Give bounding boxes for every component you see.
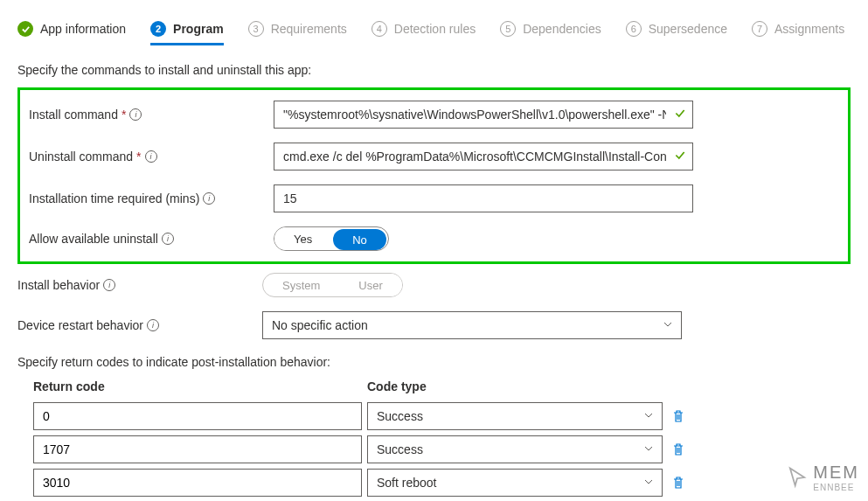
watermark: MEM ENNBEE <box>785 463 859 492</box>
watermark-line2: ENNBEE <box>813 483 859 492</box>
trash-icon <box>671 409 685 423</box>
tab-supersedence[interactable]: 6 Supersedence <box>626 17 727 45</box>
allow-uninstall-toggle[interactable]: Yes No <box>274 226 389 251</box>
tab-label: Requirements <box>271 22 347 36</box>
tab-label: App information <box>40 22 126 36</box>
delete-row-button[interactable] <box>668 439 689 460</box>
install-behavior-system: System <box>263 274 339 296</box>
info-icon[interactable]: i <box>145 150 157 163</box>
step-number: 4 <box>372 21 387 37</box>
code-type-value: Success <box>377 409 423 423</box>
code-type-header: Code type <box>367 379 851 393</box>
validation-check-icon <box>674 150 686 164</box>
watermark-line1: MEM <box>813 463 859 483</box>
required-asterisk: * <box>136 150 141 164</box>
delete-row-button[interactable] <box>668 472 689 493</box>
tab-label: Dependencies <box>523 22 601 36</box>
step-number: 6 <box>626 21 642 37</box>
allow-uninstall-label: Allow available uninstall <box>29 232 158 246</box>
highlighted-fields: Install command * i Uninstall command * … <box>17 87 851 264</box>
step-number: 7 <box>752 21 767 37</box>
tab-assignments[interactable]: 7 Assignments <box>752 17 844 45</box>
info-icon[interactable]: i <box>103 279 115 291</box>
step-number: 2 <box>150 21 166 37</box>
install-behavior-label: Install behavior <box>17 278 100 292</box>
uninstall-command-label: Uninstall command <box>29 150 133 164</box>
info-icon[interactable]: i <box>162 233 174 245</box>
check-icon <box>17 21 33 37</box>
restart-behavior-value: No specific action <box>272 318 368 332</box>
tab-label: Assignments <box>774 22 844 36</box>
code-type-value: Success <box>377 442 423 456</box>
return-code-row: Soft reboot <box>17 469 851 497</box>
cursor-icon <box>785 465 809 490</box>
return-code-input[interactable] <box>33 402 362 430</box>
info-icon[interactable]: i <box>203 192 215 205</box>
tab-app-information[interactable]: App information <box>17 17 126 45</box>
install-command-label: Install command <box>29 108 118 122</box>
delete-row-button[interactable] <box>668 406 689 427</box>
return-code-row: Success <box>17 402 851 430</box>
install-time-label: Installation time required (mins) <box>29 191 199 205</box>
trash-icon <box>671 476 685 490</box>
tab-label: Program <box>173 22 224 36</box>
allow-uninstall-yes[interactable]: Yes <box>274 227 331 250</box>
uninstall-command-input[interactable] <box>274 143 693 170</box>
code-type-value: Soft reboot <box>377 476 437 490</box>
required-asterisk: * <box>122 108 126 122</box>
return-codes-table: Return code Code type SuccessSuccessSoft… <box>17 379 851 501</box>
tab-program[interactable]: 2 Program <box>150 17 224 45</box>
restart-behavior-select[interactable]: No specific action <box>262 311 682 339</box>
return-code-row: Success <box>17 435 851 463</box>
info-icon[interactable]: i <box>129 108 142 121</box>
install-behavior-user: User <box>339 274 401 296</box>
return-code-input[interactable] <box>33 435 362 463</box>
return-code-header: Return code <box>33 379 367 393</box>
tab-requirements[interactable]: 3 Requirements <box>248 17 347 45</box>
install-time-input[interactable] <box>274 184 693 212</box>
return-codes-intro: Specify return codes to indicate post-in… <box>17 355 851 369</box>
tab-label: Supersedence <box>649 22 727 36</box>
install-command-input[interactable] <box>274 101 693 129</box>
tab-dependencies[interactable]: 5 Dependencies <box>500 17 601 45</box>
tab-detection-rules[interactable]: 4 Detection rules <box>372 17 476 45</box>
trash-icon <box>671 442 685 456</box>
tab-label: Detection rules <box>394 22 476 36</box>
code-type-select[interactable]: Soft reboot <box>367 469 663 497</box>
info-icon[interactable]: i <box>147 319 159 331</box>
return-code-input[interactable] <box>33 469 362 497</box>
validation-check-icon <box>674 108 686 122</box>
section-intro-text: Specify the commands to install and unin… <box>17 63 851 77</box>
install-behavior-toggle: System User <box>262 273 403 297</box>
restart-behavior-label: Device restart behavior <box>17 318 143 332</box>
step-number: 3 <box>248 21 264 37</box>
allow-uninstall-no[interactable]: No <box>333 229 386 250</box>
code-type-select[interactable]: Success <box>367 402 663 430</box>
code-type-select[interactable]: Success <box>367 435 663 463</box>
step-number: 5 <box>500 21 516 37</box>
wizard-tabs: App information 2 Program 3 Requirements… <box>17 17 851 45</box>
